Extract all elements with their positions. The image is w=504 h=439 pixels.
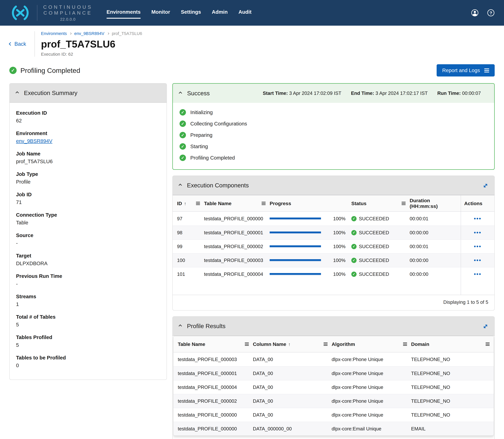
column-menu-icon[interactable] — [245, 344, 249, 344]
column-header-duration[interactable]: Duration (HH:mm:ss) — [410, 198, 461, 209]
expand-diagonal-icon[interactable] — [482, 182, 489, 189]
cell-duration: 00:00:00 — [410, 258, 461, 263]
column-menu-icon[interactable] — [403, 344, 407, 344]
field-label: Streams — [16, 293, 160, 299]
progress-percent: 100% — [333, 258, 345, 263]
cell-status: SUCCEEDED — [351, 230, 410, 235]
column-header-algorithm[interactable]: Algorithm — [332, 341, 411, 347]
cell-algorithm: dlpx-core:Phone Unique — [332, 385, 411, 390]
cell-column-name: DATA_00 — [253, 357, 332, 362]
collapse-chevron-icon[interactable] — [179, 184, 182, 187]
success-header: Success Start Time: 3 Apr 2024 17:02:09 … — [173, 84, 494, 103]
success-title: Success — [187, 90, 210, 97]
environment-link[interactable]: env_9BSR894V — [16, 138, 52, 144]
column-header-progress[interactable]: Progress — [270, 201, 351, 206]
back-button[interactable]: Back — [9, 41, 33, 47]
progress-bar — [270, 232, 321, 234]
chevron-left-icon — [9, 42, 12, 46]
field-label: Source — [16, 232, 160, 238]
field-value: - — [16, 240, 160, 246]
column-menu-icon[interactable] — [262, 203, 265, 204]
cell-table-name: testdata_PROFILE_000001 — [204, 230, 270, 235]
cell-table-name: testdata_PROFILE_000000 — [173, 426, 253, 432]
more-dots-icon[interactable] — [474, 230, 481, 236]
summary-field: Environment env_9BSR894V — [16, 130, 160, 144]
results-paging: Displaying 1 to 7 of 30 — [173, 437, 494, 439]
help-icon[interactable]: ? — [487, 9, 495, 17]
end-time-value: 3 Apr 2024 17:02:17 IST — [376, 90, 428, 96]
expand-diagonal-icon[interactable] — [482, 323, 489, 330]
nav-item-monitor[interactable]: Monitor — [151, 7, 170, 19]
column-header-id[interactable]: ID — [173, 201, 204, 206]
back-label: Back — [14, 41, 26, 47]
cell-actions — [461, 267, 494, 281]
column-menu-icon[interactable] — [196, 203, 200, 204]
collapse-chevron-icon[interactable] — [179, 325, 182, 328]
step-check-icon — [179, 121, 186, 127]
cell-table-name: testdata_PROFILE_000000 — [204, 216, 270, 221]
table-row: testdata_PROFILE_000000 DATA_000000_00 d… — [173, 422, 494, 436]
breadcrumb-environments[interactable]: Environments — [41, 31, 67, 36]
success-check-icon — [9, 67, 17, 74]
more-dots-icon[interactable] — [474, 271, 481, 277]
breadcrumb-environment[interactable]: env_9BSR894V — [74, 31, 104, 36]
succeeded-check-icon — [351, 258, 357, 263]
column-menu-icon[interactable] — [486, 344, 490, 344]
cell-progress: 100% — [270, 244, 351, 249]
column-menu-icon[interactable] — [402, 203, 405, 204]
step-item: Starting — [173, 141, 494, 152]
field-value: 5 — [16, 342, 160, 348]
step-label: Starting — [190, 144, 208, 149]
field-value: 1 — [16, 301, 160, 308]
column-header-actions: Actions — [461, 195, 494, 211]
right-column: Success Start Time: 3 Apr 2024 17:02:09 … — [172, 83, 495, 439]
step-label: Profiling Completed — [190, 155, 235, 161]
column-header-status[interactable]: Status — [351, 201, 410, 206]
cell-duration: 00:00:01 — [410, 244, 461, 249]
run-times: Start Time: 3 Apr 2024 17:02:09 IST End … — [263, 90, 488, 96]
more-dots-icon[interactable] — [474, 216, 481, 222]
summary-field: Streams 1 — [16, 293, 160, 308]
nav-item-settings[interactable]: Settings — [181, 7, 201, 19]
step-item: Profiling Completed — [173, 152, 494, 163]
breadcrumb: Environments env_9BSR894V prof_T5A7SLU6 — [41, 31, 142, 36]
field-value: 62 — [16, 117, 160, 124]
cell-algorithm: dlpx-core:Phone Unique — [332, 398, 411, 404]
nav-item-admin[interactable]: Admin — [212, 7, 228, 19]
cell-table-name: testdata_PROFILE_000004 — [204, 271, 270, 277]
collapse-chevron-icon[interactable] — [179, 92, 182, 95]
profile-results-table: Table Name Column Name Algorithm Domain — [173, 336, 494, 436]
column-menu-icon[interactable] — [324, 344, 328, 344]
succeeded-check-icon — [351, 272, 357, 277]
cell-actions — [461, 212, 494, 226]
table-row: testdata_PROFILE_000004 DATA_00 dlpx-cor… — [173, 380, 494, 394]
cell-id: 99 — [173, 244, 204, 249]
user-account-icon[interactable] — [471, 9, 479, 17]
cell-status: SUCCEEDED — [351, 258, 410, 263]
cell-domain: TELEPHONE_NO — [411, 357, 494, 362]
step-check-icon — [179, 155, 186, 161]
nav-item-audit[interactable]: Audit — [239, 7, 252, 19]
more-dots-icon[interactable] — [474, 257, 481, 263]
field-label: Tables Profiled — [16, 334, 160, 340]
cell-table-name: testdata_PROFILE_000002 — [173, 398, 253, 404]
column-header-column-name[interactable]: Column Name — [253, 341, 332, 347]
cell-domain: TELEPHONE_NO — [411, 412, 494, 418]
more-dots-icon[interactable] — [474, 243, 481, 250]
collapse-chevron-icon[interactable] — [16, 91, 19, 95]
cell-progress: 100% — [270, 230, 351, 235]
nav-item-environments[interactable]: Environments — [107, 7, 140, 19]
progress-bar — [270, 259, 321, 262]
table-row: testdata_PROFILE_000003 DATA_00 dlpx-cor… — [173, 353, 494, 366]
column-header-table-name[interactable]: Table Name — [173, 341, 253, 347]
cell-progress: 100% — [270, 216, 351, 221]
cell-column-name: DATA_00 — [253, 398, 332, 404]
cell-domain: TELEPHONE_NO — [411, 371, 494, 376]
brand-line2: COMPLIANCE — [43, 10, 92, 16]
report-and-logs-button[interactable]: Report and Logs — [437, 64, 495, 76]
field-value: 0 — [16, 362, 160, 369]
status-text: Profiling Completed — [20, 66, 80, 74]
field-value: Profile — [16, 179, 160, 185]
column-header-table-name[interactable]: Table Name — [204, 201, 270, 206]
column-header-domain[interactable]: Domain — [411, 341, 494, 347]
